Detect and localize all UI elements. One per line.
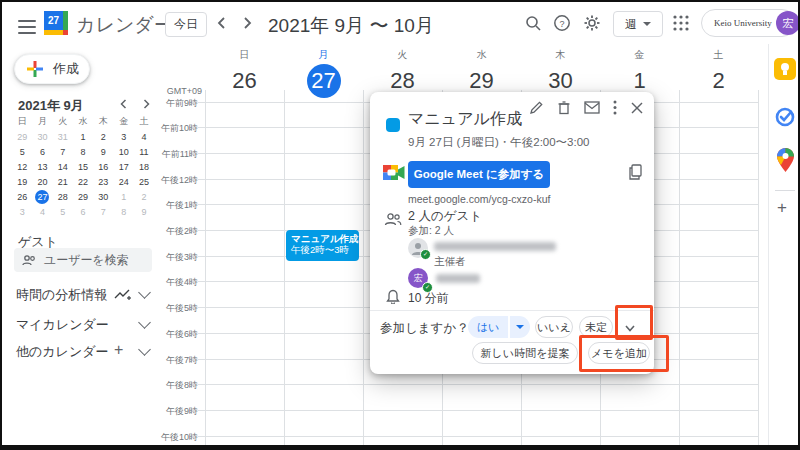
mini-calendar-weekday: 日 [12,114,32,129]
calendar-event-manual-creation[interactable]: マニュアル作成 午後2時〜3時 [286,230,359,261]
mini-calendar-day[interactable]: 30 [32,129,52,144]
insights-chevron-icon[interactable] [138,286,151,299]
guest-attending-count: 参加: 2 人 [408,224,454,238]
mini-calendar-day[interactable]: 5 [53,204,73,219]
today-button[interactable]: 今日 [165,12,207,37]
get-addons-plus-icon[interactable]: + [777,198,787,218]
copy-icon[interactable] [628,164,643,180]
mini-calendar-day[interactable]: 1 [73,129,93,144]
propose-new-time-button[interactable]: 新しい時間を提案 [472,342,578,364]
google-calendar-window: 27 カレンダー 今日 2021年 9月 〜 10月 ? 週 Ke [0,0,800,450]
mini-calendar-day[interactable]: 7 [53,144,73,159]
search-users-input[interactable]: ユーザーを検索 [14,248,152,272]
email-envelope-icon[interactable] [584,101,600,114]
other-calendars-chevron-icon[interactable] [138,343,151,356]
insights-section-label[interactable]: 時間の分析情報 [16,286,107,304]
mini-calendar-day[interactable]: 30 [93,189,113,204]
maps-icon[interactable] [777,148,794,172]
rsvp-no-button[interactable]: いいえ [535,316,573,338]
keep-icon[interactable] [774,58,796,80]
mini-calendar-day[interactable]: 17 [113,159,133,174]
user-avatar[interactable]: 宏 [776,11,800,35]
mini-calendar-day[interactable]: 14 [53,159,73,174]
organizer-label: 主催者 [434,255,466,269]
rsvp-yes-button[interactable]: はい [468,316,508,338]
mini-calendar-day[interactable]: 10 [113,144,133,159]
mini-calendar-day[interactable]: 22 [73,174,93,189]
add-calendar-plus-icon[interactable]: + [114,341,123,359]
join-meet-button[interactable]: Google Meet に参加する [408,161,550,188]
reminder-text: 10 分前 [408,290,449,307]
date-range-title[interactable]: 2021年 9月 〜 10月 [268,13,434,39]
mini-calendar-day[interactable]: 5 [12,144,32,159]
day-header[interactable]: 水29 [442,48,521,98]
time-label: 午後4時 [152,276,198,290]
hamburger-menu-icon[interactable] [18,16,36,38]
day-header[interactable]: 月27 [284,48,363,98]
day-number[interactable]: 2 [702,64,736,98]
day-header[interactable]: 火28 [363,48,442,98]
next-week-icon[interactable] [238,14,256,32]
mini-calendar-day[interactable]: 13 [32,159,52,174]
day-number[interactable]: 27 [307,64,341,98]
mini-calendar-day[interactable]: 27 [35,190,49,204]
timezone-label: GMT+09 [152,86,202,96]
mini-calendar-day[interactable]: 19 [12,174,32,189]
mini-calendar-day[interactable]: 8 [113,204,133,219]
mini-calendar-day[interactable]: 3 [113,129,133,144]
mini-calendar-day[interactable]: 15 [73,159,93,174]
mini-calendar-day[interactable]: 28 [53,189,73,204]
search-icon[interactable] [524,14,542,32]
more-options-kebab-icon[interactable] [613,100,617,115]
mini-calendar-day[interactable]: 9 [93,144,113,159]
other-calendars-section-label[interactable]: 他のカレンダー [16,343,109,361]
calendar-logo-icon[interactable]: 27 [44,11,68,35]
day-header[interactable]: 日26 [205,48,284,98]
hour-line [198,384,758,385]
close-icon[interactable] [630,101,644,115]
mini-calendar-day[interactable]: 6 [73,204,93,219]
rsvp-yes-dropdown[interactable] [510,316,530,338]
tasks-icon[interactable] [774,106,796,128]
mini-calendar-day[interactable]: 16 [93,159,113,174]
rsvp-yes-split-button[interactable]: はい [468,316,530,338]
mini-calendar-day[interactable]: 7 [93,204,113,219]
mini-calendar-day[interactable]: 20 [32,174,52,189]
day-header[interactable]: 金1 [600,48,679,98]
mini-cal-prev-icon[interactable] [118,98,130,110]
view-selector-label: 週 [625,16,637,33]
mini-calendar-day[interactable]: 8 [73,144,93,159]
mini-calendar-day[interactable]: 3 [12,204,32,219]
event-color-swatch [386,118,400,132]
mini-cal-next-icon[interactable] [140,98,152,110]
mini-calendar-day[interactable]: 4 [32,204,52,219]
mini-calendar-day[interactable]: 29 [12,129,32,144]
mini-calendar-day[interactable]: 2 [93,129,113,144]
help-icon[interactable]: ? [553,14,571,32]
day-header[interactable]: 土2 [679,48,758,98]
edit-pencil-icon[interactable] [529,100,544,115]
mini-calendar-day[interactable]: 26 [12,189,32,204]
mini-calendar-day[interactable]: 1 [113,189,133,204]
prev-week-icon[interactable] [213,14,231,32]
create-button[interactable]: 作成 [14,54,90,84]
account-badge[interactable]: Keio University 宏 [701,9,796,37]
mini-calendar-day[interactable]: 23 [93,174,113,189]
mini-calendar-day[interactable]: 31 [53,129,73,144]
my-calendars-chevron-icon[interactable] [138,316,151,329]
view-selector-dropdown[interactable]: 週 [613,11,663,37]
apps-grid-icon[interactable] [672,14,690,32]
delete-trash-icon[interactable] [557,100,571,115]
guest-name-redacted [436,274,480,283]
mini-calendar-day[interactable]: 29 [73,189,93,204]
settings-gear-icon[interactable] [583,14,601,32]
mini-calendar-day[interactable]: 12 [12,159,32,174]
day-number[interactable]: 26 [228,64,262,98]
popup-event-title: マニュアル作成 [408,109,522,130]
meet-link[interactable]: meet.google.com/ycg-cxzo-kuf [408,193,550,205]
mini-calendar-day[interactable]: 24 [113,174,133,189]
mini-calendar-day[interactable]: 6 [32,144,52,159]
mini-calendar-day[interactable]: 21 [53,174,73,189]
my-calendars-section-label[interactable]: マイカレンダー [16,316,109,334]
day-header[interactable]: 木30 [521,48,600,98]
